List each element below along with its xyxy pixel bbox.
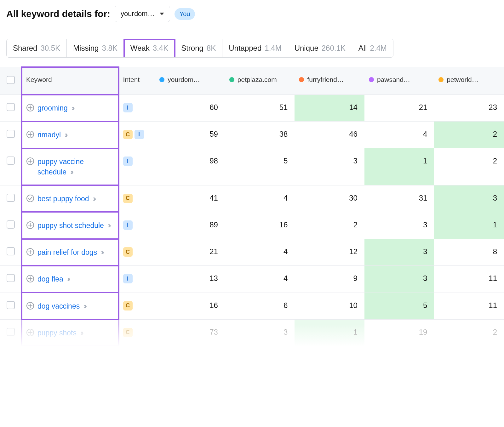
intent-cell: CI [119,122,155,148]
intent-badge-c[interactable]: C [123,301,133,310]
plus-circle-icon[interactable] [26,302,34,310]
row-checkbox[interactable] [7,194,15,202]
tab-untapped[interactable]: Untapped1.4M [222,39,288,57]
domain-select[interactable]: yourdom… [115,6,170,22]
rank-cell: 30 [295,185,364,212]
tab-count: 8K [207,44,216,53]
rank-cell: 11 [434,266,504,293]
keyword-cell: rimadyl ›› [22,122,119,148]
rank-cell: 23 [434,95,504,122]
tab-count: 3.8K [102,44,117,53]
row-checkbox[interactable] [7,157,15,165]
intent-badge-i[interactable]: I [135,130,144,139]
row-checkbox[interactable] [7,274,15,282]
rank-cell: 46 [295,122,364,148]
chevron-right-icon: ›› [93,195,94,203]
row-checkbox[interactable] [7,103,15,111]
tab-label: Missing [73,44,99,53]
row-checkbox[interactable] [7,130,15,138]
intent-badge-c[interactable]: C [123,194,133,203]
domain-color-dot [438,77,444,82]
keyword-link[interactable]: rimadyl ›› [37,130,66,140]
rank-cell: 4 [225,239,295,266]
intent-badge-c[interactable]: C [123,247,133,257]
rank-cell: 98 [155,148,225,185]
keyword-cell: grooming ›› [22,95,119,122]
tab-missing[interactable]: Missing3.8K [67,39,124,57]
intent-badge-i[interactable]: I [123,220,133,230]
table-row: puppy vaccine schedule ››I985312 [0,148,504,185]
column-header-intent[interactable]: Intent [119,67,155,95]
rank-cell: 4 [225,266,295,293]
keyword-link[interactable]: dog vaccines ›› [37,301,85,311]
column-header-domain-0[interactable]: yourdom… [155,67,225,95]
row-checkbox-cell [0,239,22,266]
tab-label: Unique [295,44,318,53]
row-checkbox-cell [0,319,22,346]
rank-cell: 16 [155,293,225,319]
row-checkbox[interactable] [7,328,15,336]
row-checkbox[interactable] [7,220,15,229]
select-all-checkbox[interactable] [7,76,15,84]
rank-cell: 2 [434,122,504,148]
plus-circle-icon[interactable] [26,328,34,337]
rank-cell: 31 [364,185,434,212]
rank-cell: 3 [225,319,295,346]
keyword-link[interactable]: pain relief for dogs ›› [37,247,103,257]
rank-cell: 51 [225,95,295,122]
plus-circle-icon[interactable] [26,104,34,112]
rank-cell: 1 [434,212,504,239]
column-header-domain-1[interactable]: petplaza.com [225,67,295,95]
rank-cell: 19 [364,319,434,346]
keyword-cell: best puppy food ›› [22,185,119,212]
chevron-right-icon: ›› [84,302,85,310]
keyword-link[interactable]: grooming ›› [37,103,73,113]
intent-cell: C [119,293,155,319]
tab-label: Weak [130,44,150,53]
tab-strong[interactable]: Strong8K [175,39,222,57]
row-checkbox[interactable] [7,301,15,309]
rank-cell: 5 [364,293,434,319]
column-header-keyword[interactable]: Keyword [22,67,119,95]
column-header-domain-2[interactable]: furryfriend… [295,67,364,95]
table-row: grooming ››I6051142123 [0,95,504,122]
rank-cell: 3 [434,185,504,212]
tab-label: Shared [13,44,37,53]
keyword-link[interactable]: puppy shots ›› [37,328,82,338]
column-header-domain-4[interactable]: petworld… [434,67,504,95]
plus-circle-icon[interactable] [26,130,34,139]
tab-all[interactable]: All2.4M [352,39,393,57]
row-checkbox[interactable] [7,247,15,255]
tab-unique[interactable]: Unique260.1K [288,39,352,57]
tab-shared[interactable]: Shared30.5K [7,39,67,57]
table-row: dog flea ››I1349311 [0,266,504,293]
rank-cell: 38 [225,122,295,148]
intent-badge-i[interactable]: I [123,157,133,166]
plus-circle-icon[interactable] [26,248,34,256]
tab-weak[interactable]: Weak3.4K [124,39,175,57]
keyword-link[interactable]: puppy shot schedule ›› [37,220,110,231]
page-title: All keyword details for: [6,9,110,19]
plus-circle-icon[interactable] [26,157,34,165]
intent-badge-i[interactable]: I [123,103,133,112]
keyword-link[interactable]: puppy vaccine schedule ›› [37,157,114,177]
column-header-domain-3[interactable]: pawsand… [364,67,434,95]
keyword-link[interactable]: dog flea ›› [37,274,69,284]
keyword-cell: puppy shots ›› [22,319,119,346]
rank-cell: 73 [155,319,225,346]
chevron-right-icon: ›› [72,104,73,112]
plus-circle-icon[interactable] [26,275,34,283]
plus-circle-icon[interactable] [26,221,34,229]
table-header-row: Keyword Intent yourdom… petplaza.com fur… [0,67,504,95]
intent-badge-i[interactable]: I [123,274,133,283]
domain-color-dot [369,77,374,82]
tab-label: Strong [181,44,203,53]
domain-color-dot [299,77,304,82]
intent-badge-c[interactable]: C [123,130,133,139]
keyword-link[interactable]: best puppy food ›› [37,194,94,204]
table-row: puppy shot schedule ››I8916231 [0,212,504,239]
table-row: puppy shots ››C7331192 [0,319,504,346]
intent-badge-c[interactable]: C [123,328,133,337]
intent-cell: I [119,266,155,293]
check-circle-icon[interactable] [26,194,34,202]
